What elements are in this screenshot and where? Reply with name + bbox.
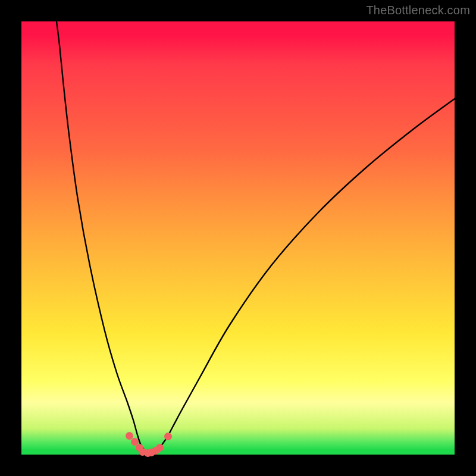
- chart-plot-area: [21, 21, 455, 455]
- data-marker: [144, 449, 152, 457]
- data-marker: [139, 448, 146, 456]
- bottleneck-curve: [21, 21, 455, 455]
- data-marker: [156, 444, 164, 452]
- data-marker: [131, 438, 139, 446]
- watermark-text: TheBottleneck.com: [366, 4, 470, 17]
- data-marker: [164, 433, 172, 440]
- data-marker: [152, 447, 159, 455]
- data-marker: [136, 444, 143, 452]
- data-marker: [148, 449, 155, 456]
- data-marker: [126, 432, 133, 440]
